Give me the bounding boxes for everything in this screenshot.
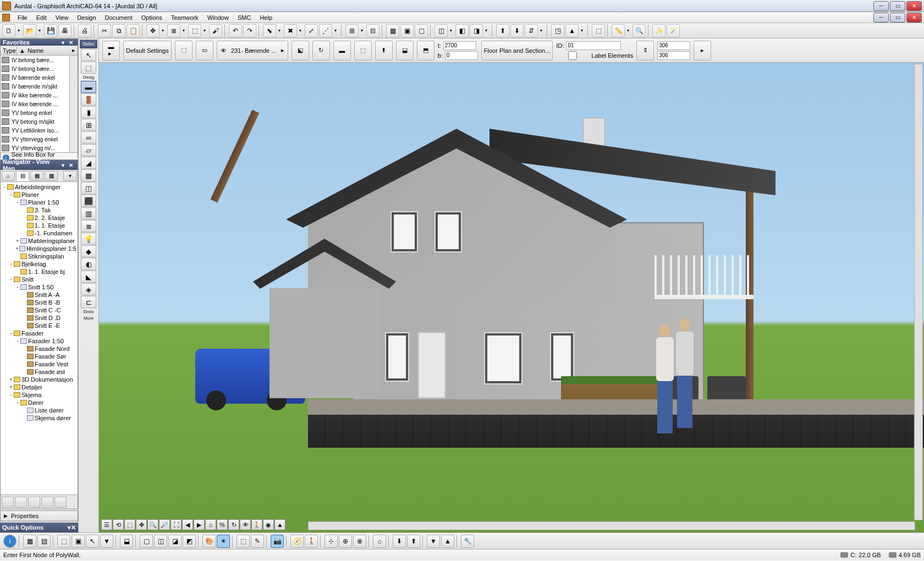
- default-settings-button[interactable]: Default Settings: [123, 41, 172, 61]
- tree-item[interactable]: -Fasader 1:50: [2, 337, 76, 345]
- floor-down-button[interactable]: ⬇: [510, 24, 524, 37]
- element-icon-button[interactable]: ▬▸: [102, 41, 120, 61]
- bb-shade1-button[interactable]: ◫: [154, 535, 167, 548]
- brush-button[interactable]: 🖌: [209, 24, 222, 37]
- nav-clone-button[interactable]: [41, 497, 53, 508]
- tree-item[interactable]: 1. 1. Etasje: [2, 222, 76, 229]
- bb-selection-button[interactable]: ↖: [86, 535, 99, 548]
- vp-home-button[interactable]: ⌂: [205, 519, 216, 530]
- column-tool[interactable]: ▮: [81, 106, 96, 118]
- roof-tool[interactable]: ◢: [81, 157, 96, 169]
- nav-settings-button[interactable]: [15, 497, 27, 508]
- vp-zoomout-button[interactable]: 🔎: [159, 519, 170, 530]
- tree-item[interactable]: Skjema dører: [2, 414, 76, 422]
- bb-drop1-button[interactable]: ⬇: [393, 535, 406, 548]
- slab-tool[interactable]: ▱: [81, 144, 96, 156]
- tree-item[interactable]: Liste dører: [2, 406, 76, 414]
- vp-orbit-button[interactable]: ⟲: [113, 519, 124, 530]
- bottom-link-button[interactable]: ⬒: [417, 41, 435, 61]
- tree-item[interactable]: -1. Fundamen: [2, 229, 76, 237]
- tree-item[interactable]: +3D Dokumentasjon: [2, 376, 76, 383]
- navigator-tree[interactable]: -Arbeidstegninger-Planer-Planer 1:503. T…: [1, 182, 78, 494]
- label-elements-checkbox[interactable]: [556, 51, 589, 60]
- bb-frame-button[interactable]: ▢: [140, 535, 153, 548]
- favorites-scrollbar[interactable]: [69, 56, 78, 152]
- flip-button[interactable]: ↻: [312, 41, 330, 61]
- nav-delete-button[interactable]: [54, 497, 67, 508]
- fav-col-type[interactable]: Type: [1, 46, 17, 55]
- curtain-tool[interactable]: ▥: [81, 207, 96, 219]
- tree-item[interactable]: 1. 1. Etasje bj: [2, 268, 76, 276]
- goto-floor-button[interactable]: ⇵: [525, 24, 538, 37]
- vp-look-button[interactable]: ◉: [263, 519, 274, 530]
- copy-button[interactable]: ⧉: [112, 24, 125, 37]
- bb-profile-button[interactable]: ⬚: [237, 535, 250, 548]
- floor-up-button[interactable]: ⬆: [496, 24, 509, 37]
- view3d-button[interactable]: ◳: [551, 24, 564, 37]
- bb-cutplane-button[interactable]: ⬓: [120, 535, 133, 548]
- elevation-icon[interactable]: ⇕: [636, 41, 654, 61]
- bb-tool-button[interactable]: 🔧: [461, 535, 474, 548]
- vp-walk-button[interactable]: 🚶: [251, 519, 262, 530]
- undo-button[interactable]: ↶: [229, 24, 242, 37]
- measure-button[interactable]: 📏: [612, 24, 625, 37]
- lamp-tool[interactable]: 💡: [81, 233, 96, 245]
- favorites-item[interactable]: IV betong bære...: [1, 56, 69, 64]
- menu-file[interactable]: File: [13, 13, 32, 22]
- suspend-button[interactable]: ▦: [386, 24, 399, 37]
- nav-tab-chooser[interactable]: ▾: [63, 171, 76, 181]
- tree-item[interactable]: -Planer: [2, 191, 76, 199]
- nav-tab-publisher[interactable]: ▩: [45, 171, 58, 181]
- layer-button[interactable]: ≣: [167, 24, 180, 37]
- menu-edit[interactable]: Edit: [32, 13, 51, 22]
- bb-walk-button[interactable]: 🚶: [305, 535, 318, 548]
- plot-button[interactable]: 🖨: [78, 24, 91, 37]
- favorites-item[interactable]: IV betong bære...: [1, 64, 69, 73]
- door-tool[interactable]: 🚪: [81, 94, 96, 106]
- tree-item[interactable]: 2. 2. Etasje: [2, 214, 76, 222]
- cut-button[interactable]: ✂: [98, 24, 111, 37]
- mesh-tool[interactable]: ▦: [81, 169, 96, 182]
- guide2-button[interactable]: ⊟: [366, 24, 380, 37]
- mdi-close-button[interactable]: ✕: [906, 13, 922, 23]
- bb-filter-button[interactable]: ▼: [100, 535, 113, 548]
- snap4-button[interactable]: ⋰: [319, 24, 332, 37]
- vp-scale-button[interactable]: %: [217, 519, 228, 530]
- attr-button[interactable]: ⬚: [188, 24, 201, 37]
- tree-item[interactable]: -Snitt 1:50: [2, 283, 76, 291]
- tree-item[interactable]: +Detaljer: [2, 383, 76, 391]
- zone-tool[interactable]: ⬛: [81, 195, 96, 207]
- properties-panel-header[interactable]: ▶ Properties: [0, 510, 78, 521]
- vp-explore-button[interactable]: 👁: [240, 519, 251, 530]
- vp-next-button[interactable]: ▶: [194, 519, 205, 530]
- vp-frame-button[interactable]: ⬚: [124, 519, 135, 530]
- favorites-item[interactable]: IV bærende m/sjikt: [1, 82, 69, 91]
- tree-item[interactable]: +Himlingsplaner 1:5: [2, 245, 76, 252]
- skylight-tool[interactable]: ◈: [81, 283, 96, 295]
- menu-teamwork[interactable]: Teamwork: [167, 13, 203, 22]
- favorites-item[interactable]: IV bærende enkel: [1, 73, 69, 82]
- trace-button[interactable]: ◫: [435, 24, 448, 37]
- fence-button[interactable]: ⬚: [592, 24, 605, 37]
- floorplan-section-button[interactable]: Floor Plan and Section...: [481, 41, 553, 61]
- ref-button[interactable]: ◧: [455, 24, 469, 37]
- bb-3d-button[interactable]: ⬚: [57, 535, 70, 548]
- viewport-h-scrollbar[interactable]: [308, 521, 915, 530]
- paste-button[interactable]: 📋: [127, 24, 140, 37]
- new-dropdown[interactable]: ▾: [15, 28, 22, 33]
- nav-save-view-button[interactable]: [2, 497, 14, 508]
- quick-close-icon[interactable]: ✕: [71, 524, 76, 531]
- ungroup-button[interactable]: ▢: [415, 24, 428, 37]
- beam-tool[interactable]: ═: [81, 131, 96, 144]
- nav-tab-viewmap[interactable]: ▤: [16, 171, 29, 181]
- find-button[interactable]: 🔍: [632, 24, 646, 37]
- bb-sketch-button[interactable]: ✎: [251, 535, 264, 548]
- nav-new-folder-button[interactable]: [28, 497, 40, 508]
- navigator-minimize-icon[interactable]: ▾: [59, 162, 67, 168]
- t-input[interactable]: [443, 41, 476, 50]
- arrow-tool[interactable]: ↖: [81, 49, 96, 61]
- open-button[interactable]: 📂: [23, 24, 36, 37]
- favorites-minimize-icon[interactable]: ▾: [59, 40, 67, 46]
- tree-item[interactable]: Stikningsplan: [2, 252, 76, 260]
- tree-item[interactable]: Snitt E -E: [2, 322, 76, 329]
